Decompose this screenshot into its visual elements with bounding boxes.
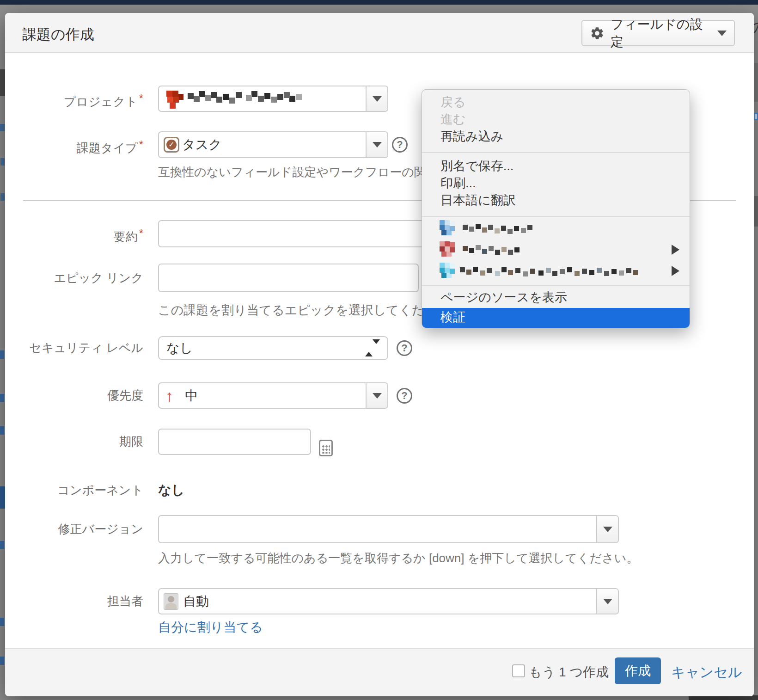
chevron-down-icon — [603, 599, 612, 604]
extension-icon — [440, 220, 445, 225]
epic-link-help-text: この課題を割り当てるエピックを選択してください。 — [158, 302, 463, 319]
browser-context-menu: 戻る 進む 再読み込み 別名で保存... 印刷... 日本語に翻訳 ページのソー… — [422, 89, 690, 327]
issue-type-value: タスク — [182, 136, 222, 154]
submenu-arrow-icon — [672, 266, 679, 276]
chevron-down-icon — [373, 142, 382, 147]
background-fragment — [0, 158, 5, 166]
inspect-label: 検証 — [440, 308, 465, 328]
avatar-icon — [164, 593, 178, 610]
due-date-input[interactable] — [158, 429, 311, 455]
issue-type-dropdown-button[interactable] — [366, 132, 387, 157]
issue-type-help-icon[interactable]: ? — [392, 137, 408, 153]
task-type-icon — [164, 137, 179, 153]
required-asterisk: * — [139, 227, 143, 239]
assignee-dropdown-button[interactable] — [596, 589, 618, 614]
configure-fields-label: フィールドの設定 — [611, 16, 711, 51]
chevron-down-icon — [603, 527, 612, 532]
required-asterisk: * — [139, 92, 143, 104]
background-fragment — [754, 113, 758, 120]
background-fragment — [0, 657, 4, 665]
extension-icon — [440, 263, 445, 268]
due-date-label: 期限 — [8, 432, 143, 451]
issue-type-help-text: 互換性のないフィールド設定やワークフローの関連付け — [158, 164, 463, 180]
extension-icon — [440, 241, 445, 246]
background-fragment — [0, 618, 4, 626]
project-label: プロジェクト* — [8, 89, 143, 108]
dialog-footer: もう 1 つ作成 作成 キャンセル — [5, 648, 754, 696]
chevron-down-icon — [373, 96, 382, 102]
redacted-project-name — [166, 91, 172, 97]
summary-label: 要約* — [8, 224, 143, 243]
calendar-icon[interactable] — [319, 440, 333, 456]
epic-link-label: エピック リンク — [8, 269, 143, 287]
menu-item-view-source[interactable]: ページのソースを表示 — [440, 289, 567, 306]
assignee-select[interactable]: 自動 — [158, 588, 619, 614]
background-fragment — [0, 69, 5, 96]
security-level-label: セキュリティ レベル — [8, 338, 143, 357]
epic-link-input[interactable] — [158, 264, 419, 292]
assignee-label: 担当者 — [8, 592, 143, 610]
redacted-extension-name — [463, 225, 468, 230]
security-level-select[interactable]: なし — [158, 336, 388, 360]
security-level-help-icon[interactable]: ? — [397, 340, 412, 356]
menu-item-back: 戻る — [440, 94, 466, 111]
background-fragment — [0, 193, 5, 201]
fix-versions-help-text: 入力して一致する可能性のある一覧を取得するか [down] を押下して選択してく… — [158, 550, 638, 566]
background-fragment — [0, 541, 4, 549]
background-fragment — [754, 196, 758, 227]
project-select[interactable] — [158, 86, 388, 112]
redacted-extension-name — [463, 246, 468, 251]
menu-separator — [422, 216, 690, 217]
create-another-label: もう 1 つ作成 — [529, 649, 609, 695]
browser-page-topbar — [0, 0, 758, 5]
screen: の 課題の作成 フィールドの設定 プロジェクト* 課題タイプ* タスク — [0, 0, 758, 700]
fix-versions-dropdown-button[interactable] — [596, 516, 618, 542]
configure-fields-button[interactable]: フィールドの設定 — [581, 20, 735, 46]
create-button[interactable]: 作成 — [615, 657, 661, 684]
priority-label: 優先度 — [8, 386, 143, 405]
background-fragment — [0, 124, 5, 131]
assign-to-me-link[interactable]: 自分に割り当てる — [158, 619, 263, 636]
menu-item-reload[interactable]: 再読み込み — [440, 128, 503, 145]
priority-up-arrow-icon: ↑ — [165, 387, 173, 405]
dialog-header: 課題の作成 フィールドの設定 — [5, 13, 754, 53]
background-fragment — [0, 394, 4, 402]
background-fragment — [0, 426, 4, 435]
priority-value: 中 — [185, 387, 198, 405]
menu-separator — [422, 152, 690, 153]
chevron-down-icon — [373, 393, 382, 399]
menu-item-translate[interactable]: 日本語に翻訳 — [440, 192, 516, 209]
components-label: コンポーネント — [8, 481, 143, 499]
background-fragment — [754, 63, 758, 102]
fix-versions-label: 修正バージョン — [8, 520, 143, 538]
submenu-arrow-icon — [672, 245, 679, 255]
issue-type-select[interactable]: タスク — [158, 131, 388, 158]
menu-item-inspect[interactable]: 検証 — [422, 308, 690, 328]
gear-icon — [590, 26, 605, 41]
menu-item-save-as[interactable]: 別名で保存... — [440, 158, 513, 175]
background-fragment — [0, 486, 5, 509]
priority-dropdown-button[interactable] — [366, 383, 387, 408]
components-value: なし — [158, 481, 184, 499]
assignee-value: 自動 — [183, 593, 209, 610]
select-stepper-icon — [365, 344, 380, 352]
background-fragment — [0, 350, 4, 359]
required-asterisk: * — [139, 138, 143, 151]
cancel-link[interactable]: キャンセル — [671, 649, 742, 695]
fix-versions-input[interactable] — [158, 515, 619, 543]
menu-item-print[interactable]: 印刷... — [440, 175, 476, 192]
security-level-value: なし — [166, 339, 193, 357]
project-dropdown-button[interactable] — [366, 86, 387, 111]
priority-help-icon[interactable]: ? — [397, 388, 412, 404]
dialog-title: 課題の作成 — [22, 25, 94, 44]
redacted-extension-name — [460, 267, 465, 272]
menu-item-forward: 進む — [440, 111, 466, 128]
issue-type-label: 課題タイプ* — [8, 135, 143, 154]
chevron-down-icon — [717, 31, 727, 36]
create-another-checkbox[interactable] — [512, 664, 525, 677]
menu-separator — [422, 285, 690, 286]
priority-select[interactable]: ↑ 中 — [158, 382, 388, 409]
